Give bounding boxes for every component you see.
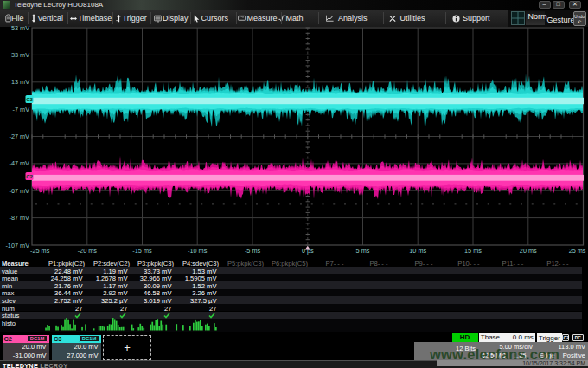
svg-text:-107 mV: -107 mV: [5, 242, 29, 249]
svg-text:C3: C3: [26, 97, 33, 102]
svg-text:33 mV: 33 mV: [11, 51, 29, 59]
svg-text:-27 mV: -27 mV: [9, 132, 29, 140]
svg-text:C2: C2: [26, 174, 33, 179]
svg-text:-15 ms: -15 ms: [132, 247, 152, 255]
svg-text:-20 ms: -20 ms: [78, 247, 98, 255]
svg-text:13 mV: 13 mV: [11, 78, 29, 86]
svg-text:20 ms: 20 ms: [520, 247, 537, 255]
svg-text:25 ms: 25 ms: [569, 247, 586, 255]
svg-text:-87 mV: -87 mV: [9, 214, 29, 222]
svg-text:15 ms: 15 ms: [464, 247, 482, 255]
svg-text:10 ms: 10 ms: [409, 247, 426, 255]
svg-text:53 mV: 53 mV: [11, 24, 29, 32]
svg-text:-5 ms: -5 ms: [245, 247, 261, 255]
svg-text:-47 mV: -47 mV: [9, 159, 29, 167]
svg-text:-7 mV: -7 mV: [13, 106, 30, 113]
svg-text:-67 mV: -67 mV: [9, 187, 29, 195]
svg-text:-10 ms: -10 ms: [188, 247, 208, 255]
svg-text:-25 ms: -25 ms: [30, 247, 50, 255]
svg-text:5 ms: 5 ms: [356, 247, 370, 255]
